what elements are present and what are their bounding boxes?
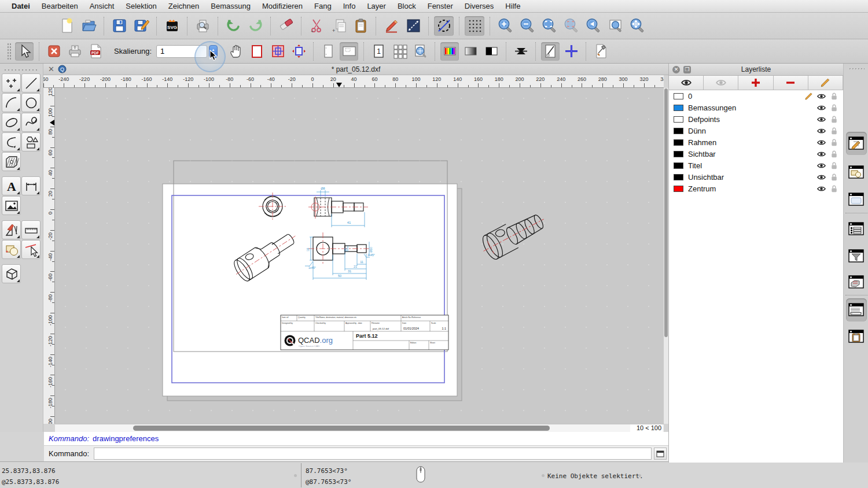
layer-visibility-eye-icon[interactable] [817, 115, 826, 124]
dev-tools-button[interactable] [591, 42, 610, 61]
widget-list-panel-button[interactable] [846, 217, 867, 241]
clipboard-panel-button[interactable] [846, 325, 867, 348]
draft-mode-button[interactable] [541, 42, 560, 61]
tool-ruler-button[interactable] [21, 220, 41, 239]
block-list-panel-button[interactable] [846, 161, 867, 184]
command-line-panel-button[interactable]: > [846, 298, 867, 321]
print-button[interactable] [65, 42, 84, 61]
frame-arrows-button[interactable] [289, 42, 308, 61]
add-layer-button[interactable] [738, 76, 773, 90]
layer-row[interactable]: Unsichtbar [669, 171, 843, 183]
tool-points-button[interactable] [2, 73, 21, 93]
construction-mode-button[interactable] [434, 16, 454, 36]
pan-button[interactable] [627, 16, 647, 36]
page-single-button[interactable]: 1 [369, 42, 388, 61]
grid-toggle-button[interactable] [465, 16, 484, 36]
layer-color-swatch[interactable] [674, 139, 683, 146]
menu-bemassung[interactable]: Bemassung [205, 0, 256, 13]
paste-button[interactable] [351, 16, 370, 36]
layer-color-swatch[interactable] [674, 105, 683, 111]
tool-image-button[interactable] [2, 196, 21, 215]
layer-lock-icon[interactable] [830, 173, 838, 182]
layer-row[interactable]: Titel [669, 160, 843, 171]
toolbar-drag-handle[interactable] [7, 43, 12, 60]
layer-lock-icon[interactable] [830, 150, 838, 158]
layer-visibility-eye-icon[interactable] [817, 127, 826, 135]
layer-visibility-eye-icon[interactable] [817, 138, 826, 147]
hscroll-thumb[interactable] [133, 426, 550, 431]
layer-row[interactable]: Rahmen [669, 136, 843, 148]
color-gray-button[interactable] [461, 42, 480, 61]
layer-visibility-eye-icon[interactable] [817, 161, 826, 170]
undo-button[interactable] [223, 16, 243, 36]
menu-diverses[interactable]: Diverses [459, 0, 500, 13]
pencil-edit-button[interactable] [381, 16, 401, 36]
edit-layer-button[interactable] [808, 76, 843, 90]
layer-row[interactable]: Sichtbar [669, 148, 843, 160]
layer-row[interactable]: Defpoints [669, 113, 843, 125]
tool-circle-button[interactable] [21, 93, 41, 112]
zoom-window-button[interactable] [605, 16, 625, 36]
svg-export-button[interactable]: SVG [162, 16, 182, 36]
layer-visibility-eye-icon[interactable] [817, 184, 826, 193]
zoom-previous-button[interactable] [583, 16, 603, 36]
remove-layer-button[interactable] [774, 76, 808, 90]
show-all-layers-button[interactable] [669, 76, 704, 90]
menu-zeichnen[interactable]: Zeichnen [163, 0, 205, 13]
tool-arc-button[interactable] [2, 93, 21, 112]
cut-button[interactable]: + [307, 16, 326, 36]
tool-hatch-button[interactable] [2, 152, 21, 171]
palette-drag-handle[interactable] [3, 68, 38, 72]
lineweight-button[interactable] [512, 42, 530, 61]
close-drawing-button[interactable] [45, 42, 63, 61]
layer-row[interactable]: Dünn [669, 125, 843, 136]
menu-info[interactable]: Info [337, 0, 362, 13]
zoom-auto-button[interactable] [539, 16, 559, 36]
menu-block[interactable]: Block [392, 0, 422, 13]
command-input[interactable] [94, 448, 652, 460]
horizontal-scrollbar[interactable]: 10 < 100 [55, 424, 664, 432]
layer-visibility-eye-icon[interactable] [817, 173, 826, 182]
layer-lock-icon[interactable] [830, 115, 838, 124]
tool-cad-tools-button[interactable] [2, 220, 21, 239]
page-grid-button[interactable] [390, 42, 409, 61]
layer-color-swatch[interactable] [674, 93, 683, 99]
pdf-export-button[interactable]: PDF [86, 42, 105, 61]
zoom-page-button[interactable] [411, 42, 429, 61]
zoom-in-button[interactable] [495, 16, 515, 36]
page-landscape-button[interactable] [340, 42, 358, 61]
layer-lock-icon[interactable] [830, 92, 838, 101]
menu-layer[interactable]: Layer [361, 0, 392, 13]
redo-button[interactable] [245, 16, 265, 36]
erase-button[interactable] [276, 16, 296, 36]
color-full-button[interactable] [440, 42, 459, 61]
tool-solid-button[interactable] [2, 264, 21, 283]
layer-lock-icon[interactable] [830, 161, 838, 170]
layer-color-swatch[interactable] [674, 116, 683, 123]
layer-color-swatch[interactable] [674, 128, 683, 134]
menu-fang[interactable]: Fang [308, 0, 337, 13]
dock-drag-handle[interactable] [848, 67, 865, 70]
menu-selektion[interactable]: Selektion [120, 0, 162, 13]
menu-fenster[interactable]: Fenster [422, 0, 459, 13]
layer-visibility-eye-icon[interactable] [817, 103, 826, 112]
layer-lock-icon[interactable] [830, 138, 838, 147]
layer-color-swatch[interactable] [674, 162, 683, 169]
selection-filter-panel-button[interactable] [846, 245, 867, 268]
layer-panel-titlebar[interactable]: ✕ ❐ Layerliste [669, 64, 843, 76]
menu-bearbeiten[interactable]: Bearbeiten [36, 0, 84, 13]
menu-datei[interactable]: Datei [6, 0, 36, 13]
drawing-canvas[interactable]: Ø8 41 [55, 88, 664, 424]
pointer-button[interactable] [15, 42, 34, 61]
tool-spline-button[interactable] [21, 113, 41, 132]
layer-color-swatch[interactable] [674, 186, 683, 192]
layer-row[interactable]: Zentrum [669, 183, 843, 194]
print-preview-button[interactable] [193, 16, 212, 36]
hide-all-layers-button[interactable] [704, 76, 738, 90]
pan-hand-button[interactable] [227, 42, 245, 61]
layer-lock-icon[interactable] [830, 184, 838, 193]
tool-line-button[interactable] [21, 73, 41, 93]
tool-polyline-button[interactable] [2, 132, 21, 151]
copy-button[interactable]: + [329, 16, 348, 36]
tool-dimension-button[interactable] [21, 176, 41, 195]
